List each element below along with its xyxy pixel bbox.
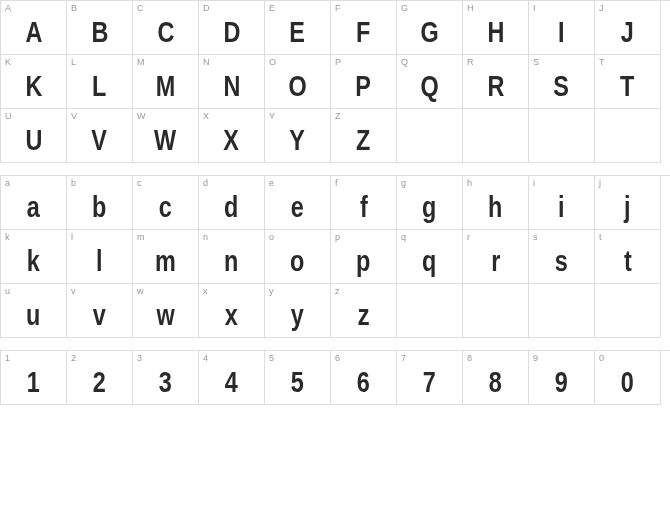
glyph-cell-label: p xyxy=(335,232,340,242)
glyph-cell-label: F xyxy=(335,3,341,13)
glyph-cell-glyph: l xyxy=(96,246,103,276)
glyph-cell xyxy=(595,109,661,163)
glyph-cell-label: o xyxy=(269,232,274,242)
glyph-cell: hh xyxy=(463,176,529,230)
glyph-cell: jj xyxy=(595,176,661,230)
glyph-cell: aa xyxy=(1,176,67,230)
glyph-cell-label: R xyxy=(467,57,474,67)
glyph-cell: 22 xyxy=(67,351,133,405)
glyph-cell-glyph: C xyxy=(157,17,174,47)
glyph-cell: 99 xyxy=(529,351,595,405)
glyph-cell-glyph: Q xyxy=(420,71,438,101)
glyph-cell: mm xyxy=(133,230,199,284)
glyph-cell-glyph: S xyxy=(554,71,570,101)
glyph-cell-glyph: e xyxy=(291,192,304,222)
glyph-cell-label: u xyxy=(5,286,10,296)
glyph-cell: xx xyxy=(199,284,265,338)
glyph-cell-glyph: p xyxy=(356,246,370,276)
glyph-cell: OO xyxy=(265,55,331,109)
glyph-cell-label: m xyxy=(137,232,145,242)
glyph-cell-label: a xyxy=(5,178,10,188)
glyph-cell-label: w xyxy=(137,286,144,296)
glyph-cell: UU xyxy=(1,109,67,163)
glyph-cell-glyph: 2 xyxy=(93,367,106,397)
glyph-cell: WW xyxy=(133,109,199,163)
glyph-cell-label: Y xyxy=(269,111,275,121)
glyph-cell-label: 9 xyxy=(533,353,538,363)
glyph-cell-glyph: M xyxy=(156,71,176,101)
glyph-cell: cc xyxy=(133,176,199,230)
glyph-cell-label: E xyxy=(269,3,275,13)
glyph-cell: rr xyxy=(463,230,529,284)
glyph-cell: bb xyxy=(67,176,133,230)
glyph-cell: II xyxy=(529,1,595,55)
glyph-cell-label: V xyxy=(71,111,77,121)
glyph-cell-glyph: N xyxy=(223,71,240,101)
glyph-cell: ii xyxy=(529,176,595,230)
glyph-cell: KK xyxy=(1,55,67,109)
glyph-cell-label: A xyxy=(5,3,11,13)
glyph-cell-label: 0 xyxy=(599,353,604,363)
glyph-cell: ZZ xyxy=(331,109,397,163)
glyph-cell-label: I xyxy=(533,3,536,13)
glyph-cell-glyph: T xyxy=(620,71,634,101)
glyph-cell-label: 1 xyxy=(5,353,10,363)
glyph-cell-label: D xyxy=(203,3,210,13)
glyph-cell-glyph: y xyxy=(291,300,304,330)
glyph-cell-label: Q xyxy=(401,57,408,67)
glyph-cell-label: M xyxy=(137,57,145,67)
glyph-cell-glyph: O xyxy=(288,71,306,101)
glyph-cell-label: f xyxy=(335,178,338,188)
glyph-cell-glyph: I xyxy=(558,17,565,47)
glyph-cell-label: 2 xyxy=(71,353,76,363)
glyph-cell: 33 xyxy=(133,351,199,405)
glyph-cell-label: x xyxy=(203,286,208,296)
glyph-cell-glyph: s xyxy=(555,246,568,276)
glyph-cell-glyph: k xyxy=(27,246,40,276)
glyph-cell: EE xyxy=(265,1,331,55)
glyph-cell-label: T xyxy=(599,57,605,67)
glyph-cell: ff xyxy=(331,176,397,230)
glyph-cell-label: i xyxy=(533,178,535,188)
glyph-cell-glyph: J xyxy=(621,17,634,47)
glyph-cell-glyph: G xyxy=(420,17,438,47)
glyph-cell: 00 xyxy=(595,351,661,405)
glyph-cell: 66 xyxy=(331,351,397,405)
glyph-cell-label: L xyxy=(71,57,76,67)
glyph-cell-label: 5 xyxy=(269,353,274,363)
glyph-cell-label: e xyxy=(269,178,274,188)
glyph-cell-glyph: t xyxy=(624,246,632,276)
glyph-cell-glyph: d xyxy=(224,192,238,222)
glyph-cell-glyph: B xyxy=(91,17,108,47)
glyph-cell-glyph: w xyxy=(156,300,174,330)
glyph-cell-glyph: i xyxy=(558,192,565,222)
glyph-cell: JJ xyxy=(595,1,661,55)
glyph-cell-glyph: a xyxy=(27,192,40,222)
glyph-cell-label: G xyxy=(401,3,408,13)
glyph-cell-glyph: r xyxy=(491,246,500,276)
glyph-cell-glyph: j xyxy=(624,192,631,222)
glyph-cell-glyph: A xyxy=(25,17,42,47)
glyph-cell-glyph: P xyxy=(356,71,372,101)
glyph-cell: VV xyxy=(67,109,133,163)
glyph-cell-label: y xyxy=(269,286,274,296)
glyph-cell: 11 xyxy=(1,351,67,405)
glyph-cell xyxy=(397,284,463,338)
glyph-cell: DD xyxy=(199,1,265,55)
glyph-cell-label: l xyxy=(71,232,73,242)
glyph-cell-label: q xyxy=(401,232,406,242)
glyph-cell: CC xyxy=(133,1,199,55)
glyph-cell-label: 7 xyxy=(401,353,406,363)
glyph-cell-label: X xyxy=(203,111,209,121)
glyph-cell: TT xyxy=(595,55,661,109)
glyph-cell: zz xyxy=(331,284,397,338)
glyph-cell-label: B xyxy=(71,3,77,13)
glyph-cell-label: 8 xyxy=(467,353,472,363)
glyph-cell: ww xyxy=(133,284,199,338)
glyph-cell-label: 3 xyxy=(137,353,142,363)
glyph-cell-label: n xyxy=(203,232,208,242)
glyph-cell-label: K xyxy=(5,57,11,67)
glyph-cell-label: d xyxy=(203,178,208,188)
glyph-cell: AA xyxy=(1,1,67,55)
glyph-cell-glyph: W xyxy=(154,125,176,155)
